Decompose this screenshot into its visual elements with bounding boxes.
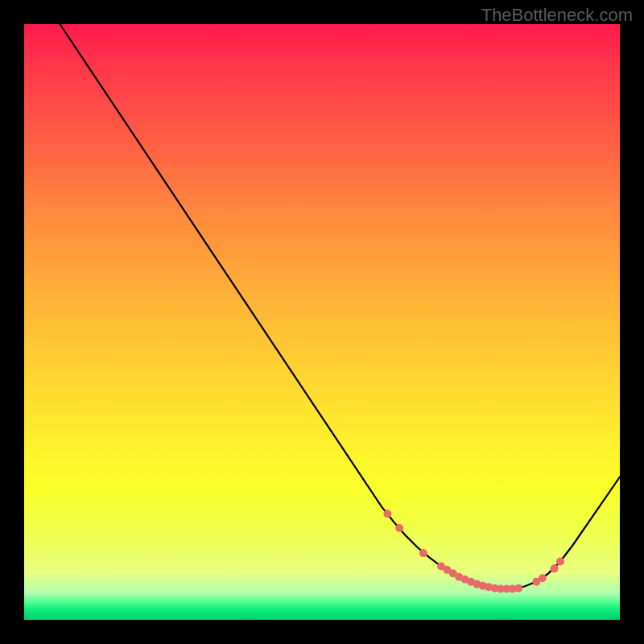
chart-marker (419, 549, 427, 557)
watermark-text: TheBottleneck.com (481, 5, 633, 26)
chart-plot-area (24, 24, 620, 620)
chart-svg (24, 24, 620, 620)
chart-marker (539, 574, 547, 582)
chart-curve (60, 24, 620, 589)
chart-marker (551, 564, 559, 572)
chart-marker (395, 524, 403, 532)
chart-marker (383, 510, 391, 518)
chart-marker (514, 584, 522, 592)
chart-marker (556, 557, 564, 565)
chart-markers (383, 510, 564, 592)
